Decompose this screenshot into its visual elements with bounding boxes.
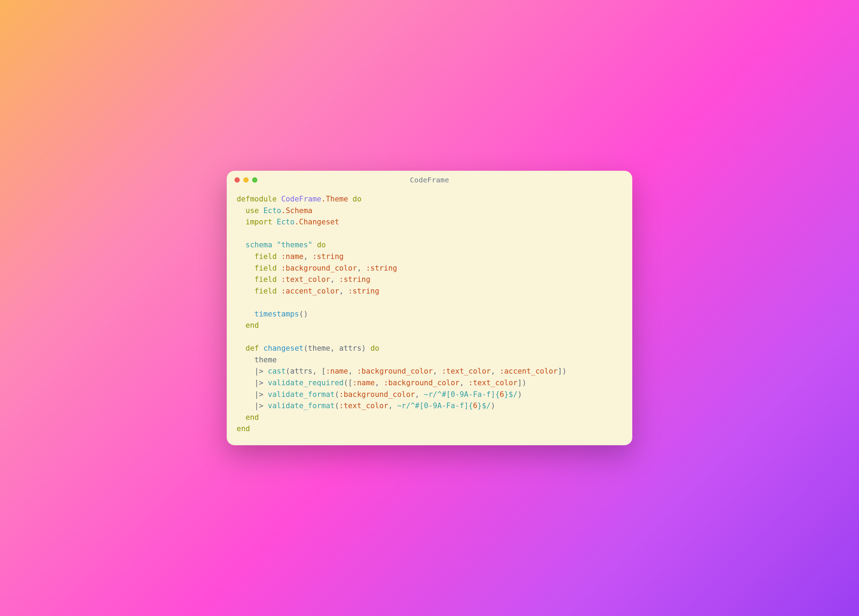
code-line: use Ecto.Schema (237, 206, 312, 215)
window-title: CodeFrame (410, 176, 449, 184)
code-line: end (237, 321, 259, 330)
titlebar: CodeFrame (227, 171, 632, 189)
code-line: import Ecto.Changeset (237, 218, 339, 226)
code-line: timestamps() (237, 310, 308, 318)
code-line: schema "themes" do (237, 241, 326, 249)
code-line: |> validate_required([:name, :background… (237, 378, 526, 387)
code-area[interactable]: defmodule CodeFrame.Theme do use Ecto.Sc… (227, 189, 632, 445)
code-line: field :accent_color, :string (237, 287, 380, 295)
code-line: defmodule CodeFrame.Theme do (237, 195, 361, 203)
code-line: theme (237, 356, 277, 364)
code-line: field :background_color, :string (237, 264, 397, 272)
zoom-icon[interactable] (252, 177, 258, 183)
code-line: end (237, 413, 259, 422)
minimize-icon[interactable] (243, 177, 248, 183)
code-line: end (237, 424, 250, 433)
code-window: CodeFrame defmodule CodeFrame.Theme do u… (227, 171, 632, 445)
code-line: |> cast(attrs, [:name, :background_color… (237, 367, 567, 375)
code-line: |> validate_format(:text_color, ~r/^#[0-… (237, 402, 495, 410)
code-line: field :name, :string (237, 252, 344, 261)
code-line: def changeset(theme, attrs) do (237, 344, 380, 352)
traffic-lights (234, 177, 258, 183)
code-line: |> validate_format(:background_color, ~r… (237, 390, 522, 399)
code-line: field :text_color, :string (237, 275, 370, 284)
close-icon[interactable] (234, 177, 240, 183)
